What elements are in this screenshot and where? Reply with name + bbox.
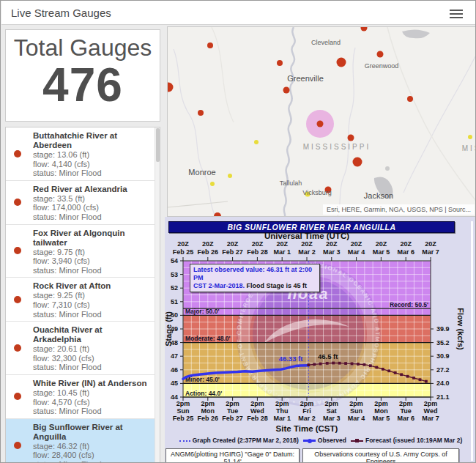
svg-text:2pm: 2pm — [424, 400, 438, 407]
gauge-stage: stage: 9.25 (ft) — [33, 291, 150, 300]
map-gauge-marker-red[interactable] — [317, 121, 324, 127]
app-header: Live Stream Gauges — [1, 1, 476, 25]
map-gauge-marker-yellow[interactable] — [254, 140, 259, 144]
map-gauge-marker-red[interactable] — [325, 187, 332, 193]
svg-text:Mar 4: Mar 4 — [348, 415, 365, 422]
legend-label: Observed — [318, 437, 346, 444]
map-gauge-marker-red[interactable] — [377, 51, 384, 58]
legend-label: Forecast (issued 10:19AM Mar 2) — [365, 437, 462, 444]
svg-text:Mar 1: Mar 1 — [273, 248, 291, 256]
gauge-name: Buttahatchie River at Aberdeen — [33, 131, 150, 150]
svg-text:Sun: Sun — [177, 407, 190, 415]
map-panel[interactable]: MISSISSIPPIMISSISSIPPIClevelandGreenwood… — [167, 26, 476, 217]
svg-text:21.1: 21.1 — [436, 393, 450, 401]
gauge-list-item[interactable]: Rock River at Aftonstage: 9.25 (ft)flow:… — [6, 278, 155, 322]
svg-text:2pm: 2pm — [349, 400, 363, 407]
map-gauge-marker-red[interactable] — [353, 158, 362, 167]
svg-text:27.2: 27.2 — [436, 366, 450, 374]
total-gauges-label: Total Gauges — [6, 34, 160, 62]
map-gauge-marker-red[interactable] — [361, 27, 368, 32]
map-gauge-marker-red[interactable] — [277, 60, 283, 66]
gauge-stage: stage: 13.06 (ft) — [33, 150, 150, 160]
svg-text:2pm: 2pm — [300, 400, 314, 407]
gauge-list-item[interactable]: White River (IN) at Andersonstage: 10.45… — [6, 375, 155, 419]
svg-text:Mar 3: Mar 3 — [323, 248, 341, 256]
svg-text:20Z: 20Z — [202, 240, 214, 248]
page-title: Live Stream Gauges — [11, 7, 111, 19]
gauge-name: Red River at Alexandria — [33, 185, 150, 194]
map-gauge-marker-red[interactable] — [337, 58, 346, 67]
gauge-name: Fox River at Algonquin tailwater — [33, 229, 150, 248]
map-gauge-marker-yellow[interactable] — [305, 192, 310, 197]
svg-text:Mar 6: Mar 6 — [397, 248, 414, 256]
gauge-stage: stage: 10.45 (ft) — [33, 388, 150, 398]
gauge-status-dot — [14, 344, 21, 352]
gauge-flow: flow: 3,940 (cfs) — [33, 256, 150, 266]
legend-item: Observed — [303, 437, 346, 444]
annotation-line2: CST 2-Mar-2018. Flood Stage is 45 ft — [193, 282, 316, 290]
svg-text:53: 53 — [171, 271, 178, 278]
svg-text:20Z: 20Z — [351, 240, 362, 248]
gauge-status-dot — [14, 442, 21, 449]
gauge-list-item[interactable]: Big Sunflower River at Anguillastage: 46… — [6, 419, 155, 463]
map-gauge-marker-red[interactable] — [207, 42, 213, 48]
map-gauge-marker-yellow[interactable] — [468, 135, 472, 139]
map-gauge-marker-yellow[interactable] — [228, 174, 232, 178]
legend-item: Graph Created (2:37PM Mar 2, 2018) — [179, 437, 299, 444]
forecast-swatch — [351, 440, 363, 442]
gauge-flow: flow: 7,310 (cfs) — [33, 300, 150, 310]
svg-text:Record: 50.5': Record: 50.5' — [390, 301, 428, 308]
observed-swatch — [303, 440, 316, 442]
gauge-list-item[interactable]: Ouachita River at Arkadelphiastage: 20.6… — [6, 322, 155, 375]
svg-text:Flow (kcfs): Flow (kcfs) — [456, 308, 465, 350]
map-basemap — [168, 27, 476, 217]
svg-text:20Z: 20Z — [400, 240, 412, 248]
svg-text:Sat: Sat — [327, 407, 337, 415]
map-gauge-marker-yellow[interactable] — [210, 182, 215, 186]
svg-text:Mar 7: Mar 7 — [422, 248, 439, 256]
gauge-name: White River (IN) at Anderson — [33, 379, 150, 388]
gauge-flow: flow: 174,000 (cfs) — [33, 203, 150, 212]
map-gauge-marker-red[interactable] — [198, 110, 204, 116]
svg-text:Mar 1: Mar 1 — [273, 415, 291, 422]
svg-text:51: 51 — [171, 298, 178, 305]
map-gauge-marker-red[interactable] — [348, 135, 354, 141]
gauge-name: Big Sunflower River at Anguilla — [33, 423, 150, 442]
gauge-list-item[interactable]: Buttahatchie River at Aberdeenstage: 13.… — [6, 127, 155, 181]
latest-observed-annotation: Latest observed value: 46.31 ft at 2:00 … — [190, 264, 320, 292]
svg-text:2pm: 2pm — [226, 400, 239, 407]
svg-text:Wed: Wed — [250, 407, 264, 415]
gage-datum-note: ANGM6(plotting HGIRG) "Gage 0" Datum: 51… — [166, 448, 300, 463]
gauge-stage: stage: 9.75 (ft) — [33, 248, 150, 257]
svg-text:Action: 44.0': Action: 44.0' — [185, 390, 222, 397]
gauge-list-item[interactable]: Fox River at Algonquin tailwaterstage: 9… — [6, 225, 155, 278]
svg-text:Mar 5: Mar 5 — [373, 415, 390, 422]
svg-text:20Z: 20Z — [177, 240, 189, 248]
gauge-list-item[interactable]: Red River at Alexandriastage: 33.5 (ft)f… — [6, 181, 155, 225]
svg-text:Feb 28: Feb 28 — [247, 248, 268, 256]
map-gauge-marker-red[interactable] — [168, 83, 174, 92]
gauge-status: status: Minor Flood — [33, 266, 150, 275]
svg-text:Major: 50.0': Major: 50.0' — [185, 308, 219, 315]
svg-text:20Z: 20Z — [227, 240, 239, 248]
gauge-flow: flow: 32,300 (cfs) — [33, 354, 150, 363]
map-attribution: Esri, HERE, Garmin, NGA, USGS, NPS | Sou… — [323, 204, 475, 215]
svg-text:30.9: 30.9 — [436, 352, 450, 360]
svg-text:52: 52 — [171, 284, 178, 292]
svg-text:Mar 5: Mar 5 — [373, 248, 390, 256]
map-gauge-marker-red[interactable] — [407, 96, 413, 102]
hydrograph-chart: noaaNATIONAL OCEANIC AND ATMOSPHERIC ADM… — [165, 217, 476, 463]
gauge-stage: stage: 20.61 (ft) — [33, 344, 150, 354]
svg-text:Mar 4: Mar 4 — [348, 248, 365, 256]
svg-text:Mar 6: Mar 6 — [397, 415, 414, 422]
list-scrollbar-thumb[interactable] — [156, 128, 160, 162]
svg-text:Feb 25: Feb 25 — [173, 248, 194, 256]
map-gauge-marker-red[interactable] — [283, 87, 290, 94]
gauge-status-dot — [14, 150, 21, 158]
svg-text:Feb 25: Feb 25 — [173, 415, 194, 422]
gauge-status-dot — [14, 199, 21, 206]
list-scrollbar[interactable] — [155, 127, 160, 462]
hamburger-menu-icon[interactable] — [450, 7, 464, 19]
hydrograph-title: BIG SUNFLOWER RIVER NEAR ANGUILLA — [168, 221, 455, 233]
gauge-stage: stage: 46.32 (ft) — [33, 442, 150, 451]
